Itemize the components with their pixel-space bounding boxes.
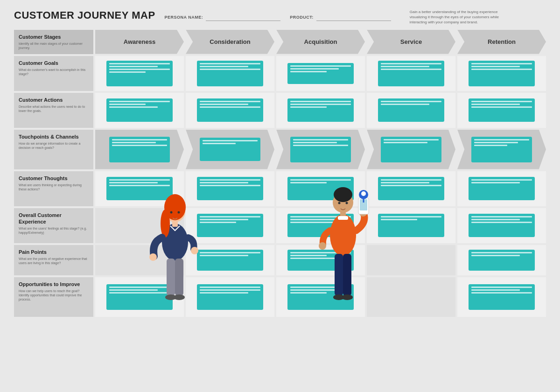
goals-awareness-card — [106, 61, 173, 86]
product-field-group: PRODUCT: — [290, 14, 391, 21]
label-column: Customer Stages Identify all the main st… — [14, 30, 93, 317]
teal-line — [381, 69, 442, 70]
actions-consideration-card — [197, 98, 264, 122]
label-goals: Customer Goals What do customer's want t… — [14, 56, 93, 91]
goals-row — [95, 56, 546, 91]
actions-row — [95, 93, 546, 128]
teal-line — [200, 104, 248, 105]
touchpoints-retention-cell[interactable] — [457, 130, 546, 169]
male-character — [313, 158, 373, 317]
stage-retention: Retention — [457, 30, 546, 54]
goals-service-cell[interactable] — [367, 56, 455, 91]
svg-point-3 — [161, 210, 170, 238]
touchpoints-consideration-cell[interactable] — [186, 130, 274, 169]
teal-line — [109, 69, 170, 70]
thoughts-retention-cell[interactable] — [457, 171, 546, 206]
product-label: PRODUCT: — [290, 15, 314, 20]
actions-acquisition-cell[interactable] — [276, 93, 365, 128]
pain-service-cell[interactable] — [367, 245, 455, 275]
experience-service-card — [378, 214, 445, 237]
teal-line — [381, 101, 442, 102]
teal-line — [290, 106, 327, 108]
stage-service: Service — [367, 30, 455, 54]
teal-line — [200, 63, 261, 64]
teal-line — [474, 145, 507, 146]
touchpoints-retention-card — [471, 137, 532, 162]
goals-awareness-cell[interactable] — [95, 56, 184, 91]
stage-awareness: Awareness — [95, 30, 184, 54]
teal-line — [471, 101, 532, 102]
goals-consideration-cell[interactable] — [186, 56, 274, 91]
svg-point-4 — [170, 211, 173, 213]
label-stages: Customer Stages Identify all the main st… — [14, 30, 93, 54]
svg-point-13 — [330, 214, 356, 256]
teal-line — [200, 66, 248, 67]
stage-service-label: Service — [400, 38, 422, 45]
teal-line — [381, 219, 417, 220]
teal-line — [200, 252, 261, 253]
teal-line — [471, 104, 520, 105]
teal-line — [290, 71, 327, 72]
stages-header-row: Awareness Consideration Acquisition Serv… — [95, 30, 546, 54]
svg-rect-19 — [338, 216, 348, 220]
opp-retention-cell[interactable] — [457, 277, 546, 317]
svg-rect-9 — [167, 259, 175, 296]
teal-line — [293, 139, 348, 140]
stage-acquisition: Acquisition — [276, 30, 365, 54]
teal-line — [200, 292, 248, 294]
label-experience: Overall Customer Experience What are the… — [14, 208, 93, 243]
actions-service-cell[interactable] — [367, 93, 455, 128]
teal-line — [471, 69, 532, 70]
teal-line — [381, 104, 429, 105]
actions-acquisition-card — [287, 98, 354, 122]
teal-line — [112, 139, 167, 140]
teal-line — [381, 179, 442, 181]
label-touchpoints-desc: How do we arrange information to create … — [19, 141, 89, 150]
svg-point-29 — [342, 294, 353, 300]
teal-line — [471, 63, 532, 64]
touchpoints-awareness-cell[interactable] — [95, 130, 184, 169]
experience-retention-card — [469, 214, 535, 237]
opp-service-cell[interactable] — [367, 277, 455, 317]
teal-line — [471, 179, 532, 181]
stage-consideration-label: Consideration — [210, 38, 250, 45]
label-goals-desc: What do customer's want to accomplish in… — [19, 68, 89, 76]
touchpoints-service-card — [381, 137, 441, 162]
teal-line — [471, 219, 520, 220]
persona-input[interactable] — [206, 14, 280, 21]
goals-acquisition-cell[interactable] — [276, 56, 365, 91]
goals-retention-cell[interactable] — [457, 56, 546, 91]
label-opportunities: Opportunities to Improve How can we help… — [14, 277, 93, 317]
goals-retention-card — [469, 61, 535, 86]
grid-container: Customer Stages Identify all the main st… — [14, 30, 546, 317]
teal-line — [109, 71, 146, 73]
stage-retention-label: Retention — [488, 38, 516, 45]
label-touchpoints-title: Touchpoints & Channels — [19, 133, 89, 140]
teal-line — [109, 63, 170, 64]
experience-service-cell[interactable] — [367, 208, 455, 243]
pain-retention-cell[interactable] — [457, 245, 546, 275]
label-thoughts: Customer Thoughts What are users thinkin… — [14, 171, 93, 206]
label-experience-title: Overall Customer Experience — [19, 212, 89, 225]
actions-retention-cell[interactable] — [457, 93, 546, 128]
product-input[interactable] — [316, 14, 391, 21]
teal-line — [290, 65, 351, 67]
touchpoints-service-cell[interactable] — [367, 130, 455, 169]
teal-line — [471, 106, 532, 108]
thoughts-service-cell[interactable] — [367, 171, 455, 206]
teal-line — [381, 182, 429, 183]
teal-line — [203, 143, 235, 144]
teal-line — [200, 219, 248, 220]
teal-line — [109, 106, 158, 108]
female-character — [145, 168, 205, 317]
actions-consideration-cell[interactable] — [186, 93, 274, 128]
svg-point-7 — [191, 247, 198, 254]
header-description: Gain a better understanding of the buyin… — [410, 9, 512, 25]
teal-line — [474, 139, 529, 140]
label-goals-title: Customer Goals — [19, 60, 89, 66]
stage-acquisition-label: Acquisition — [304, 38, 337, 45]
experience-retention-cell[interactable] — [457, 208, 546, 243]
svg-point-8 — [149, 253, 157, 261]
actions-awareness-cell[interactable] — [95, 93, 184, 128]
teal-line — [384, 139, 438, 140]
